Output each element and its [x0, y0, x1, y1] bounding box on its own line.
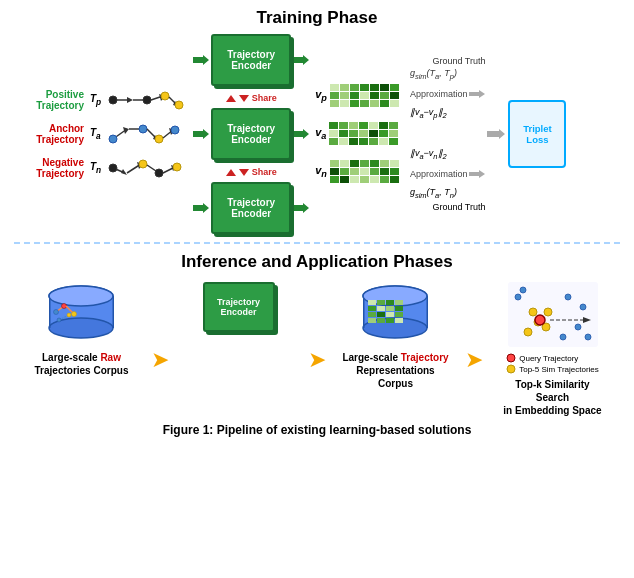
svg-rect-56	[360, 100, 369, 107]
anchor-traj-svg	[107, 125, 187, 143]
svg-rect-43	[370, 84, 379, 91]
svg-rect-48	[350, 92, 359, 99]
svg-point-142	[524, 328, 532, 336]
encoder-box-3: TrajectoryEncoder	[211, 182, 291, 234]
svg-rect-125	[368, 300, 376, 305]
svg-rect-96	[340, 176, 349, 183]
svg-point-157	[507, 354, 515, 362]
svg-rect-76	[349, 138, 358, 145]
svg-point-115	[72, 312, 77, 317]
svg-rect-67	[329, 130, 338, 137]
inf-label-3: Top-k Similarity Searchin Embedding Spac…	[498, 378, 608, 417]
svg-marker-36	[293, 129, 309, 139]
svg-point-117	[57, 318, 61, 322]
approx-arrow-top	[469, 90, 485, 98]
svg-marker-35	[193, 129, 209, 139]
query-label: Query Trajectory	[519, 354, 578, 363]
main-container: Training Phase Positive Trajectory Tp	[0, 0, 634, 445]
svg-point-150	[575, 324, 581, 330]
svg-point-147	[535, 315, 545, 325]
svg-rect-97	[350, 176, 359, 183]
vec-row-p: vp	[315, 84, 402, 108]
svg-rect-127	[386, 300, 394, 305]
svg-marker-34	[293, 55, 309, 65]
negative-traj-svg	[107, 159, 187, 177]
share-down-1	[239, 95, 249, 102]
triplet-arrow	[487, 127, 505, 141]
svg-point-154	[520, 287, 526, 293]
svg-rect-71	[369, 130, 378, 137]
share-down-2	[239, 169, 249, 176]
vec-label-p: vp	[315, 88, 327, 103]
inf-label-1: Large-scale RawTrajectories Corpus	[35, 351, 129, 377]
encoder-box-2: TrajectoryEncoder	[211, 108, 291, 160]
svg-rect-66	[389, 122, 398, 129]
svg-point-29	[155, 169, 163, 177]
svg-point-110	[49, 286, 113, 306]
svg-point-13	[109, 135, 117, 143]
share-badge-2: Share	[226, 167, 277, 177]
inf-block-encoder: TrajectoryEncoder	[173, 282, 304, 332]
svg-rect-90	[350, 168, 359, 175]
svg-rect-132	[395, 306, 403, 311]
database-svg-2	[358, 282, 433, 347]
encoder-inf: TrajectoryEncoder	[203, 282, 275, 332]
scatter-legend: Query Trajectory Top-5 Sim Trajectories	[506, 353, 599, 374]
legend-query: Query Trajectory	[506, 353, 599, 363]
inference-title: Inference and Application Phases	[8, 252, 626, 272]
share-badge-1: Share	[226, 93, 277, 103]
svg-point-21	[171, 126, 179, 134]
svg-rect-70	[359, 130, 368, 137]
spacer-mid	[410, 128, 486, 140]
inf-label-2: Large-scale TrajectoryRepresentations Co…	[341, 351, 451, 390]
vec-row-n: vn	[315, 160, 402, 184]
svg-rect-50	[370, 92, 379, 99]
svg-point-158	[507, 365, 515, 373]
svg-point-15	[139, 125, 147, 133]
svg-rect-68	[339, 130, 348, 137]
svg-point-27	[139, 160, 147, 168]
svg-rect-100	[380, 176, 389, 183]
scatter-svg	[508, 282, 598, 347]
gt-top: Ground Truth	[410, 56, 486, 66]
svg-marker-33	[193, 55, 209, 65]
arrow-enc2	[193, 128, 209, 140]
svg-rect-39	[330, 84, 339, 91]
inference-area: Large-scale RawTrajectories Corpus ➤ Tra…	[8, 278, 626, 417]
svg-marker-103	[469, 170, 485, 178]
svg-rect-65	[379, 122, 388, 129]
svg-rect-122	[363, 296, 365, 328]
enc-row-3: TrajectoryEncoder	[193, 182, 309, 234]
svg-rect-88	[330, 168, 339, 175]
approx-top: Approximation	[410, 89, 468, 99]
traj-row-negative: Negative Trajectory Tn	[12, 157, 187, 179]
svg-rect-42	[360, 84, 369, 91]
svg-point-112	[54, 310, 59, 315]
svg-rect-129	[368, 306, 376, 311]
inf-arrow-3: ➤	[465, 347, 483, 373]
svg-rect-58	[380, 100, 389, 107]
negative-label: Negative Trajectory	[12, 157, 84, 179]
inf-block-3: Query Trajectory Top-5 Sim Trajectories …	[487, 282, 618, 417]
approx-row-top: Approximation	[410, 89, 486, 99]
negative-dots	[107, 159, 187, 177]
traj-row-anchor: Anchor Trajectory Ta	[12, 123, 187, 145]
svg-point-2	[109, 96, 117, 104]
svg-rect-49	[360, 92, 369, 99]
svg-rect-85	[370, 160, 379, 167]
svg-rect-94	[390, 168, 399, 175]
svg-marker-102	[469, 90, 485, 98]
svg-marker-37	[193, 203, 209, 213]
svg-point-152	[560, 334, 566, 340]
svg-rect-138	[377, 318, 385, 323]
svg-marker-38	[293, 203, 309, 213]
figure-caption-text: Figure 1: Pipeline of existing learning-…	[163, 423, 472, 437]
encoders-col: TrajectoryEncoder Share TrajectoryEncode…	[193, 34, 309, 234]
svg-marker-104	[487, 129, 505, 139]
svg-rect-98	[360, 176, 369, 183]
arrow-enc1	[193, 54, 209, 66]
svg-rect-40	[340, 84, 349, 91]
svg-rect-128	[395, 300, 403, 305]
svg-rect-136	[395, 312, 403, 317]
norm-vap: ‖va−vp‖2	[410, 107, 486, 120]
